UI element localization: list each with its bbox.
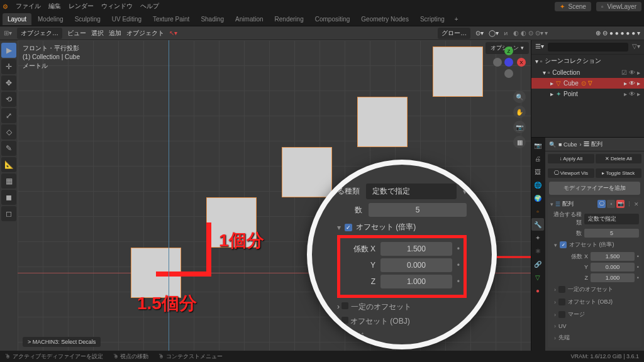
mag-const-offset[interactable]: 一定のオフセット bbox=[351, 302, 411, 311]
mag-merge[interactable]: マージ bbox=[341, 331, 364, 340]
mag-obj-offset[interactable]: オフセット (OBJ) bbox=[350, 317, 410, 326]
prop-z-input[interactable]: 1.000 bbox=[591, 273, 635, 282]
add-workspace-button[interactable]: + bbox=[451, 16, 462, 23]
tool-select-box[interactable]: ▶ bbox=[1, 43, 16, 58]
btn-delete-all[interactable]: ✕ Delete All bbox=[596, 154, 642, 163]
ptab-physics[interactable]: ⚛ bbox=[531, 244, 544, 257]
zoom-icon[interactable]: 🔍 bbox=[513, 90, 526, 103]
nav-gizmo[interactable]: X Z bbox=[493, 47, 525, 78]
mod-icon-display[interactable]: 🖵 bbox=[597, 200, 606, 208]
transform-orientation[interactable]: グロー… bbox=[438, 28, 470, 39]
ptab-material[interactable]: ● bbox=[531, 284, 544, 297]
tab-layout[interactable]: Layout bbox=[3, 13, 31, 25]
prop-y-input[interactable]: 0.000 bbox=[591, 263, 635, 272]
camera-icon[interactable]: 📷 bbox=[513, 121, 526, 133]
header-select[interactable]: 選択 bbox=[91, 29, 104, 38]
tool-extra2[interactable]: ◻ bbox=[1, 206, 16, 221]
viewport-3d[interactable]: フロント・平行投影 (1) Collection | Cube メートル オプシ… bbox=[18, 40, 531, 351]
outliner-search[interactable] bbox=[548, 43, 628, 52]
cube-instance-5[interactable] bbox=[433, 47, 483, 97]
mod-icon-edit[interactable]: ▫ bbox=[607, 200, 615, 208]
prop-const-check[interactable] bbox=[558, 286, 565, 293]
outliner-type-icon[interactable]: ☰▾ bbox=[535, 43, 544, 52]
tab-rendering[interactable]: Rendering bbox=[270, 13, 309, 25]
overlay-icons[interactable]: ◐ ◐ ⊙ ⊙▾ ▾ bbox=[513, 30, 548, 36]
mod-menu[interactable]: ⋮ ✕ bbox=[626, 201, 639, 207]
mag-z-input[interactable]: 1.000 bbox=[380, 275, 452, 288]
prop-fit-select[interactable]: 定数で指定 bbox=[584, 214, 639, 224]
tool-scale[interactable]: ⤢ bbox=[1, 108, 16, 123]
ptab-output[interactable]: 🖨 bbox=[531, 152, 544, 165]
ptab-particle[interactable]: ✦ bbox=[531, 231, 544, 244]
prop-const-offset[interactable]: 一定のオフセット bbox=[568, 285, 613, 293]
viewlayer-selector[interactable]: ▫ViewLayer bbox=[596, 2, 641, 11]
header-object[interactable]: オブジェクト bbox=[126, 29, 164, 38]
gizmo-neg-z[interactable] bbox=[504, 69, 513, 78]
menu-edit[interactable]: 編集 bbox=[48, 2, 61, 11]
outliner-scene-collection[interactable]: ▾ ▫ シーンコレクション bbox=[531, 55, 644, 67]
mag-count-input[interactable]: 5 bbox=[369, 203, 467, 217]
snap-icon[interactable]: ⊙▾ bbox=[475, 30, 484, 36]
prop-cap[interactable]: 先端 bbox=[558, 334, 570, 342]
gizmo-z[interactable]: Z bbox=[504, 47, 513, 55]
ptab-modifier[interactable]: 🔧 bbox=[531, 218, 544, 231]
breadcrumb-array[interactable]: ☰ 配列 bbox=[584, 140, 602, 148]
prop-merge[interactable]: マージ bbox=[568, 310, 585, 319]
menu-render[interactable]: レンダー bbox=[69, 2, 94, 11]
tab-texture[interactable]: Texture Paint bbox=[148, 13, 194, 25]
modifier-name[interactable]: 配列 bbox=[562, 200, 574, 208]
ptab-view[interactable]: 🖼 bbox=[531, 165, 544, 178]
shading-icons[interactable]: ⊕ ⊖ ● ● ● ● ● ▾ bbox=[596, 30, 640, 36]
tool-extra1[interactable]: ◼ bbox=[1, 190, 16, 205]
prop-count-input[interactable]: 5 bbox=[584, 229, 639, 238]
tab-shading[interactable]: Shading bbox=[196, 13, 229, 25]
mag-offset-check[interactable]: ✓ bbox=[345, 224, 352, 231]
mod-icon-render[interactable]: 📷 bbox=[616, 200, 625, 208]
mag-x-input[interactable]: 1.500 bbox=[380, 242, 452, 256]
mode-selector[interactable]: オブジェク… bbox=[17, 28, 62, 39]
btn-toggle-stack[interactable]: ▸ Toggle Stack bbox=[596, 168, 642, 178]
header-view[interactable]: ビュー bbox=[67, 29, 86, 38]
prop-merge-check[interactable] bbox=[558, 311, 565, 318]
tool-cursor[interactable]: ✛ bbox=[1, 59, 16, 74]
editor-type-icon[interactable]: ⊞▾ bbox=[4, 30, 12, 36]
tab-geo[interactable]: Geometry Nodes bbox=[356, 13, 414, 25]
gizmo-x[interactable]: X bbox=[517, 58, 526, 67]
outliner-filter-icon[interactable]: ▽▾ bbox=[632, 43, 640, 52]
prop-offset-check[interactable]: ✓ bbox=[560, 241, 567, 248]
tab-compositing[interactable]: Compositing bbox=[310, 13, 355, 25]
cube-instance-4[interactable] bbox=[357, 97, 408, 147]
pan-icon[interactable]: ✋ bbox=[513, 106, 526, 118]
btn-apply-all[interactable]: ↓ Apply All bbox=[548, 154, 594, 163]
tab-sculpting[interactable]: Sculpting bbox=[70, 13, 106, 25]
tab-animation[interactable]: Animation bbox=[230, 13, 268, 25]
gizmo-y[interactable] bbox=[504, 58, 513, 67]
menu-file[interactable]: ファイル bbox=[16, 2, 41, 11]
scene-selector[interactable]: ✦Scene bbox=[555, 2, 591, 11]
menu-window[interactable]: ウィンドウ bbox=[101, 2, 133, 11]
ptab-world[interactable]: 🌍 bbox=[531, 192, 544, 204]
tool-measure[interactable]: 📐 bbox=[1, 157, 16, 172]
tab-modeling[interactable]: Modeling bbox=[33, 13, 69, 25]
prop-obj-check[interactable] bbox=[558, 299, 565, 305]
proportional-icon[interactable]: ◯▾ bbox=[489, 30, 499, 36]
prop-uv[interactable]: UV bbox=[558, 323, 567, 329]
persp-icon[interactable]: ▦ bbox=[513, 136, 526, 148]
outliner-point[interactable]: ▸ ✦ Point▸ 👁 ▸ bbox=[531, 89, 644, 99]
outliner-collection[interactable]: ▾ ▫ Collection☑ 👁 ▸ bbox=[531, 67, 644, 78]
ptab-mesh[interactable]: ▽ bbox=[531, 271, 544, 283]
prop-x-input[interactable]: 1.500 bbox=[591, 252, 635, 261]
tool-rotate[interactable]: ⟲ bbox=[1, 92, 16, 107]
menu-help[interactable]: ヘルプ bbox=[140, 2, 159, 11]
breadcrumb-cube[interactable]: ■ Cube bbox=[558, 141, 577, 148]
magnet-icon[interactable]: ᴎ bbox=[504, 30, 508, 36]
tool-move[interactable]: ✥ bbox=[1, 75, 16, 90]
header-add[interactable]: 追加 bbox=[109, 29, 121, 38]
tab-uv[interactable]: UV Editing bbox=[107, 13, 147, 25]
btn-viewport-vis[interactable]: 🖵 Viewport Vis bbox=[548, 168, 594, 178]
outliner-cube[interactable]: ▸ ▽ Cube ⊙ ∇▸ 👁 ▸ bbox=[531, 78, 644, 89]
ptab-scene[interactable]: 🌐 bbox=[531, 178, 544, 191]
cube-instance-3[interactable] bbox=[282, 147, 332, 197]
mag-y-input[interactable]: 0.000 bbox=[380, 258, 452, 272]
tool-transform[interactable]: ◇ bbox=[1, 124, 16, 140]
